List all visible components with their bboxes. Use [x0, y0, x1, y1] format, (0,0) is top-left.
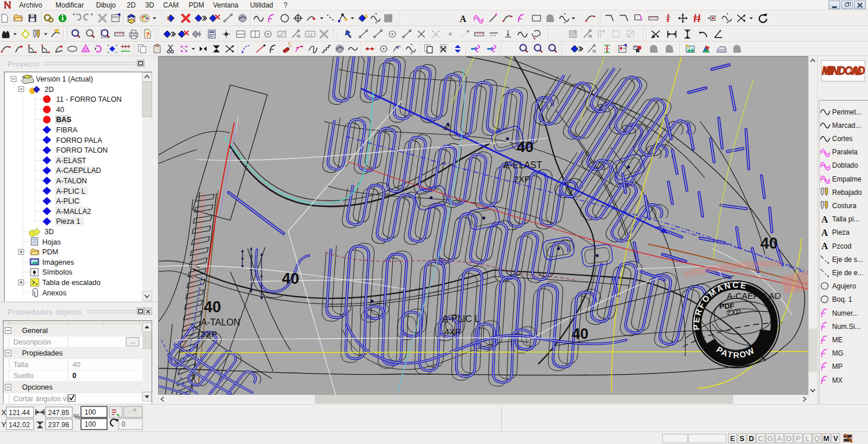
svg-text:40: 40: [282, 270, 299, 287]
svg-text:11 - FORRO TALON: 11 - FORRO TALON: [56, 95, 122, 103]
svg-text:40: 40: [56, 106, 64, 114]
svg-text:Doblado: Doblado: [832, 161, 858, 169]
svg-text:M: M: [823, 435, 829, 443]
svg-text:2XP: 2XP: [514, 174, 530, 184]
svg-text:A-ELAST: A-ELAST: [503, 160, 542, 170]
svg-text:Cortes: Cortes: [832, 135, 852, 143]
svg-text:40: 40: [517, 138, 534, 156]
svg-text:Numer...: Numer...: [832, 309, 858, 317]
svg-text:P: P: [796, 435, 800, 443]
svg-text:Costura: Costura: [832, 202, 856, 210]
svg-text:Perimet...: Perimet...: [832, 108, 862, 116]
svg-text:Símbolos: Símbolos: [42, 268, 72, 276]
svg-text:FORRO TALON: FORRO TALON: [56, 146, 108, 154]
svg-text:S: S: [740, 435, 744, 443]
svg-text:FORRO PALA: FORRO PALA: [56, 136, 102, 145]
svg-text:G: G: [767, 435, 773, 443]
svg-text:Pzcod: Pzcod: [832, 242, 851, 250]
svg-text:Empalme: Empalme: [832, 175, 862, 183]
svg-text:Marcad...: Marcad...: [832, 121, 861, 130]
svg-text:237.96: 237.96: [48, 421, 69, 429]
svg-text:Num.Si...: Num.Si...: [832, 323, 860, 331]
svg-text:Anexos: Anexos: [42, 289, 67, 297]
svg-text:%: %: [73, 412, 80, 421]
svg-text:121.44: 121.44: [9, 409, 30, 417]
svg-text:Imágenes: Imágenes: [42, 258, 74, 267]
svg-text:2D: 2D: [45, 86, 54, 94]
svg-text:4XP: 4XP: [444, 327, 461, 336]
svg-text:X: X: [1, 408, 6, 417]
svg-text:A-ELAST: A-ELAST: [56, 157, 86, 165]
svg-text:MG: MG: [832, 349, 843, 357]
svg-text:O: O: [786, 435, 792, 443]
svg-text:A: A: [821, 241, 828, 251]
svg-text:142.02: 142.02: [9, 421, 30, 429]
svg-text:L: L: [806, 435, 810, 443]
svg-text:Boq. 1: Boq. 1: [832, 295, 852, 304]
svg-text:I:I: I:I: [308, 32, 312, 38]
svg-text:V: V: [833, 435, 838, 443]
svg-text:N: N: [593, 49, 596, 54]
svg-text:General: General: [22, 327, 47, 335]
svg-text:Descripción: Descripción: [13, 338, 51, 346]
svg-text:A-PLIC: A-PLIC: [56, 197, 79, 205]
svg-text:Tabla de escalado: Tabla de escalado: [42, 279, 101, 287]
svg-text:A-PLIC L: A-PLIC L: [442, 314, 480, 324]
svg-text:Talla: Talla: [13, 361, 28, 369]
svg-text:Pieza 1: Pieza 1: [56, 217, 80, 225]
svg-text:Eje de s...: Eje de s...: [832, 256, 863, 264]
svg-text:A-TALON: A-TALON: [201, 317, 240, 327]
svg-text:A-PLIC L: A-PLIC L: [56, 187, 86, 195]
svg-text:A: A: [821, 214, 828, 224]
svg-text:D: D: [749, 435, 754, 443]
svg-text:PDM: PDM: [42, 248, 58, 256]
svg-text:N: N: [589, 34, 592, 39]
svg-text:Versión 1 (Actual): Versión 1 (Actual): [36, 75, 93, 83]
svg-text:100: 100: [84, 420, 96, 428]
svg-text:Q: Q: [814, 435, 820, 443]
svg-text:40: 40: [204, 298, 221, 316]
svg-text:40: 40: [572, 325, 589, 342]
svg-text:E: E: [730, 435, 735, 443]
svg-text:Eje de e...: Eje de e...: [832, 269, 863, 277]
svg-text:C: C: [758, 435, 763, 443]
svg-text:247.85: 247.85: [48, 409, 69, 417]
svg-text:...: ...: [130, 338, 135, 345]
svg-text:A-CAEPLLAD: A-CAEPLLAD: [727, 291, 781, 301]
svg-text:MINDCAD: MINDCAD: [822, 65, 865, 77]
svg-text:Agujero: Agujero: [832, 282, 856, 290]
svg-text:FIBRA: FIBRA: [56, 126, 78, 134]
svg-text:Rebajado: Rebajado: [832, 188, 862, 197]
svg-text:ME: ME: [832, 336, 843, 344]
svg-text:40: 40: [760, 235, 778, 252]
svg-text:A: A: [459, 14, 466, 24]
svg-text:40: 40: [443, 124, 451, 132]
svg-text:Paralela: Paralela: [832, 148, 858, 156]
svg-text:100: 100: [84, 408, 96, 416]
svg-text:Y: Y: [1, 420, 6, 429]
svg-text:A-CAEPLLAD: A-CAEPLLAD: [56, 166, 101, 175]
svg-text:Hojas: Hojas: [42, 238, 61, 246]
svg-text:A-MALLA2: A-MALLA2: [56, 208, 91, 216]
svg-text:0: 0: [122, 420, 126, 428]
svg-text:Talla pi...: Talla pi...: [832, 215, 859, 223]
svg-text:Opciones: Opciones: [22, 383, 53, 391]
svg-text:BAS: BAS: [56, 116, 71, 124]
svg-text:MX: MX: [832, 376, 843, 384]
svg-text:A: A: [821, 228, 828, 238]
svg-text:Cortar ángulos viv: Cortar ángulos viv: [13, 395, 72, 403]
svg-text:Suelto: Suelto: [13, 372, 34, 380]
svg-text:2XP: 2XP: [201, 329, 217, 339]
svg-text:Propiedades: Propiedades: [22, 349, 62, 357]
svg-text:0: 0: [72, 372, 76, 380]
svg-text:2XP: 2XP: [727, 308, 741, 317]
svg-text:Pieza: Pieza: [832, 228, 849, 236]
svg-text:MP: MP: [832, 362, 843, 371]
svg-text:A-TALON: A-TALON: [56, 177, 87, 185]
svg-text:A: A: [777, 435, 782, 443]
svg-text:?: ?: [146, 31, 150, 38]
svg-text:N: N: [297, 34, 300, 39]
svg-text:3D: 3D: [45, 228, 54, 236]
svg-text:40: 40: [72, 361, 80, 369]
